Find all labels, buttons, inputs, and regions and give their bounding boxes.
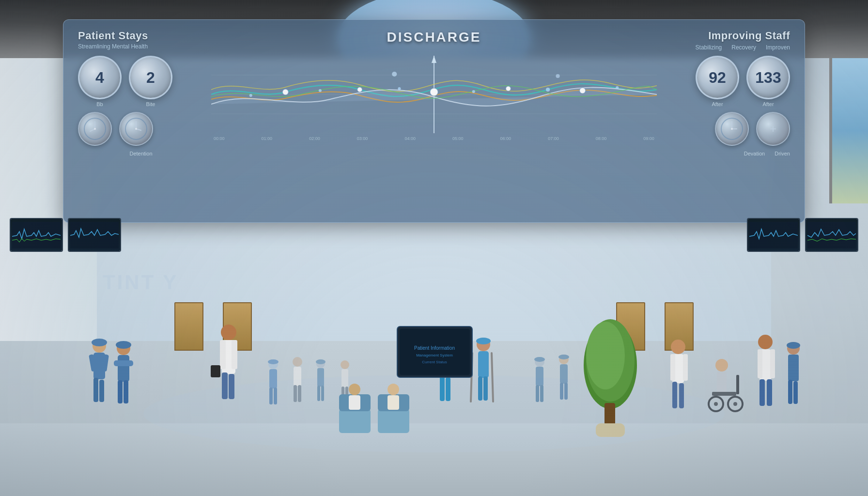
time-1: 01:00: [262, 136, 273, 141]
left-metrics: 4 Bb 2 Bite: [78, 56, 204, 156]
clock-right-1: [715, 112, 749, 146]
svg-point-112: [758, 335, 773, 349]
svg-rect-83: [478, 351, 489, 378]
svg-rect-101: [683, 354, 688, 381]
svg-rect-47: [124, 380, 128, 403]
metric-circle-133: 133 After: [746, 56, 790, 107]
metric-label-after2: After: [762, 101, 774, 107]
svg-rect-139: [604, 403, 615, 425]
svg-point-70: [341, 360, 349, 369]
svg-rect-132: [400, 329, 470, 375]
metric-value-2: 2: [129, 56, 172, 99]
svg-rect-100: [670, 354, 675, 381]
left-section: Patient Stays Streamlining Mental Health: [78, 30, 233, 50]
svg-rect-115: [770, 349, 775, 378]
right-bottom-label2: Driven: [775, 151, 790, 156]
window-right: [829, 58, 868, 203]
right-subtitle3: Improven: [766, 44, 790, 51]
metric-label-after1: After: [712, 101, 723, 107]
clock-circle-right-1: [715, 112, 749, 146]
svg-rect-123: [339, 409, 371, 433]
svg-rect-52: [232, 340, 237, 369]
right-subtitle2: Recovery: [731, 44, 756, 51]
svg-rect-46: [118, 380, 123, 403]
left-section-subtitle: Streamlining Mental Health: [78, 43, 233, 50]
svg-point-110: [733, 402, 737, 406]
right-section-title: Improving Staff: [635, 30, 790, 42]
svg-point-94: [558, 355, 569, 359]
svg-rect-90: [536, 367, 543, 386]
svg-rect-51: [220, 340, 226, 369]
svg-rect-67: [317, 368, 324, 387]
metric-label-bite: Bite: [146, 101, 155, 107]
svg-rect-64: [298, 385, 301, 402]
svg-rect-77: [440, 376, 445, 401]
svg-rect-95: [560, 364, 568, 384]
svg-rect-55: [211, 365, 220, 377]
svg-rect-117: [767, 379, 772, 406]
svg-text:Current Status: Current Status: [422, 360, 447, 364]
svg-rect-63: [294, 385, 297, 402]
svg-rect-91: [536, 385, 539, 402]
svg-marker-12: [432, 56, 436, 63]
svg-rect-69: [321, 386, 324, 401]
people-scene: Patient Information Management System Cu…: [0, 230, 868, 496]
dashboard-center-title: DISCHARGE: [233, 30, 635, 45]
svg-rect-121: [788, 380, 792, 404]
time-axis: 00:00 01:00 02:00 03:00 04:00 05:00 06:0…: [211, 136, 657, 141]
metric-label-bb: Bb: [96, 101, 103, 107]
right-metrics: 92 After 133 After: [664, 56, 790, 156]
svg-point-18: [249, 94, 252, 97]
left-section-title: Patient Stays: [78, 30, 233, 42]
svg-rect-130: [388, 395, 399, 410]
svg-point-37: [92, 339, 107, 346]
svg-point-138: [586, 322, 625, 389]
svg-rect-84: [478, 376, 482, 401]
svg-point-44: [116, 341, 131, 349]
clock-circle-1: [78, 112, 112, 146]
svg-rect-97: [564, 383, 568, 400]
svg-rect-85: [483, 376, 488, 401]
svg-point-23: [616, 86, 619, 89]
svg-rect-48: [114, 360, 133, 366]
svg-rect-54: [229, 374, 234, 399]
svg-point-16: [506, 86, 511, 91]
svg-rect-62: [294, 367, 301, 386]
clock-circle-2: [119, 112, 153, 146]
metric-circle-92: 92 After: [696, 56, 739, 107]
plus-circle: +: [756, 112, 790, 146]
svg-rect-96: [560, 383, 563, 400]
dashboard-panel: Patient Stays Streamlining Mental Health…: [63, 19, 805, 223]
dashboard-header: Patient Stays Streamlining Mental Health…: [78, 30, 790, 51]
svg-point-22: [546, 88, 550, 92]
time-4: 04:00: [404, 136, 416, 141]
svg-point-57: [268, 359, 279, 364]
svg-point-104: [715, 359, 728, 372]
svg-point-89: [534, 357, 545, 362]
svg-rect-111: [736, 375, 739, 394]
svg-rect-102: [672, 382, 677, 408]
metric-value-92: 92: [696, 56, 739, 99]
svg-text:Management System: Management System: [416, 353, 453, 357]
clock-2: [119, 112, 153, 146]
hospital-background: Patient Stays Streamlining Mental Health…: [0, 0, 868, 496]
svg-rect-39: [93, 378, 98, 402]
svg-point-19: [319, 89, 322, 92]
svg-rect-60: [274, 388, 277, 404]
right-subtitle1: Stabilizing: [696, 44, 722, 51]
time-3: 03:00: [357, 136, 368, 141]
right-bottom-label1: Devation: [744, 151, 765, 156]
svg-point-20: [398, 87, 401, 90]
svg-rect-45: [118, 355, 129, 382]
chart-svg: [211, 56, 657, 133]
svg-point-25: [556, 74, 559, 78]
svg-rect-71: [341, 369, 348, 388]
svg-rect-122: [793, 381, 798, 404]
svg-rect-40: [99, 380, 104, 402]
svg-point-127: [349, 384, 360, 395]
metric-value-133: 133: [746, 56, 790, 99]
metric-circle-2: 2 Bite: [129, 56, 172, 107]
svg-point-98: [671, 340, 685, 354]
svg-rect-106: [712, 392, 736, 396]
metric-circle-4: 4 Bb: [78, 56, 122, 107]
